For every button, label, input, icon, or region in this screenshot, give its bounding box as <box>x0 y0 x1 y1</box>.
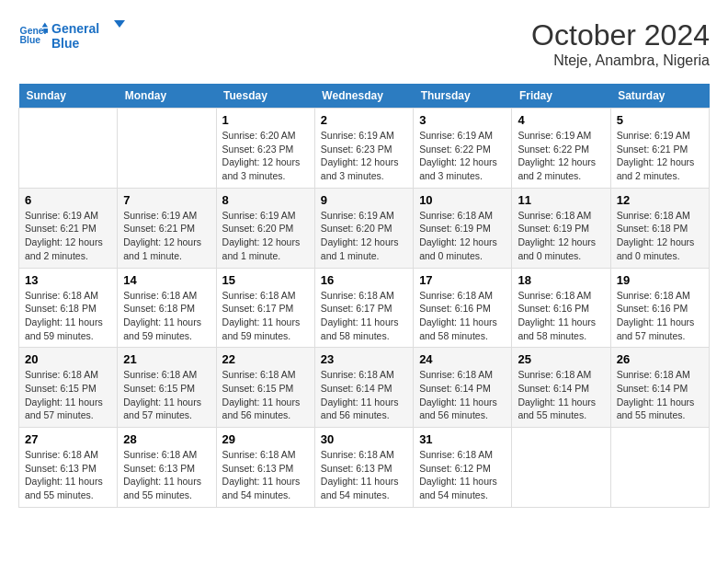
day-info: Sunrise: 6:18 AM Sunset: 6:13 PM Dayligh… <box>222 448 309 502</box>
day-number: 26 <box>617 352 703 366</box>
day-info: Sunrise: 6:18 AM Sunset: 6:18 PM Dayligh… <box>617 209 703 263</box>
day-number: 29 <box>222 432 309 446</box>
calendar-week-row: 13Sunrise: 6:18 AM Sunset: 6:18 PM Dayli… <box>19 268 710 348</box>
day-number: 13 <box>25 273 111 287</box>
calendar-cell: 7Sunrise: 6:19 AM Sunset: 6:21 PM Daylig… <box>118 188 216 268</box>
day-info: Sunrise: 6:19 AM Sunset: 6:20 PM Dayligh… <box>222 209 309 263</box>
calendar-cell: 28Sunrise: 6:18 AM Sunset: 6:13 PM Dayli… <box>118 428 216 508</box>
day-info: Sunrise: 6:19 AM Sunset: 6:22 PM Dayligh… <box>419 129 506 183</box>
title-block: October 2024 Nteje, Anambra, Nigeria <box>531 18 710 69</box>
calendar-cell: 2Sunrise: 6:19 AM Sunset: 6:23 PM Daylig… <box>314 109 413 189</box>
day-info: Sunrise: 6:19 AM Sunset: 6:21 PM Dayligh… <box>617 129 703 183</box>
day-info: Sunrise: 6:18 AM Sunset: 6:17 PM Dayligh… <box>222 289 309 343</box>
calendar-cell: 3Sunrise: 6:19 AM Sunset: 6:22 PM Daylig… <box>414 109 512 189</box>
day-info: Sunrise: 6:18 AM Sunset: 6:17 PM Dayligh… <box>321 289 407 343</box>
day-number: 21 <box>123 352 210 366</box>
calendar-cell: 14Sunrise: 6:18 AM Sunset: 6:18 PM Dayli… <box>118 268 216 348</box>
day-number: 4 <box>518 113 604 127</box>
day-number: 16 <box>321 273 407 287</box>
day-number: 17 <box>419 273 506 287</box>
calendar-cell: 22Sunrise: 6:18 AM Sunset: 6:15 PM Dayli… <box>216 348 314 428</box>
weekday-header: Friday <box>512 84 610 109</box>
weekday-header: Wednesday <box>314 84 413 109</box>
day-info: Sunrise: 6:18 AM Sunset: 6:14 PM Dayligh… <box>321 368 407 422</box>
weekday-header: Saturday <box>610 84 709 109</box>
calendar-cell: 5Sunrise: 6:19 AM Sunset: 6:21 PM Daylig… <box>610 109 709 189</box>
day-number: 27 <box>25 432 111 446</box>
svg-text:Blue: Blue <box>51 36 80 51</box>
calendar-cell: 8Sunrise: 6:19 AM Sunset: 6:20 PM Daylig… <box>216 188 314 268</box>
calendar-week-row: 6Sunrise: 6:19 AM Sunset: 6:21 PM Daylig… <box>19 188 710 268</box>
day-info: Sunrise: 6:18 AM Sunset: 6:16 PM Dayligh… <box>419 289 506 343</box>
day-info: Sunrise: 6:18 AM Sunset: 6:13 PM Dayligh… <box>123 448 210 502</box>
day-info: Sunrise: 6:18 AM Sunset: 6:16 PM Dayligh… <box>518 289 604 343</box>
logo: General Blue General Blue <box>18 18 125 53</box>
calendar-cell: 30Sunrise: 6:18 AM Sunset: 6:13 PM Dayli… <box>314 428 413 508</box>
logo-svg: General Blue <box>51 18 125 53</box>
calendar-cell: 9Sunrise: 6:19 AM Sunset: 6:20 PM Daylig… <box>314 188 413 268</box>
svg-marker-2 <box>42 23 48 28</box>
calendar-cell: 11Sunrise: 6:18 AM Sunset: 6:19 PM Dayli… <box>512 188 610 268</box>
calendar-cell <box>512 428 610 508</box>
month-title: October 2024 <box>531 18 710 52</box>
day-number: 14 <box>123 273 210 287</box>
calendar-cell <box>19 109 118 189</box>
calendar-table: SundayMondayTuesdayWednesdayThursdayFrid… <box>18 84 710 508</box>
calendar-cell: 4Sunrise: 6:19 AM Sunset: 6:22 PM Daylig… <box>512 109 610 189</box>
day-info: Sunrise: 6:18 AM Sunset: 6:14 PM Dayligh… <box>518 368 604 422</box>
day-info: Sunrise: 6:18 AM Sunset: 6:15 PM Dayligh… <box>25 368 111 422</box>
day-info: Sunrise: 6:19 AM Sunset: 6:21 PM Dayligh… <box>123 209 210 263</box>
calendar-cell: 15Sunrise: 6:18 AM Sunset: 6:17 PM Dayli… <box>216 268 314 348</box>
weekday-header: Monday <box>118 84 216 109</box>
day-number: 10 <box>419 193 506 207</box>
day-number: 25 <box>518 352 604 366</box>
svg-marker-3 <box>43 29 48 33</box>
day-number: 18 <box>518 273 604 287</box>
day-number: 19 <box>617 273 703 287</box>
day-number: 23 <box>321 352 407 366</box>
calendar-cell: 10Sunrise: 6:18 AM Sunset: 6:19 PM Dayli… <box>414 188 512 268</box>
day-info: Sunrise: 6:18 AM Sunset: 6:14 PM Dayligh… <box>617 368 703 422</box>
calendar-cell: 12Sunrise: 6:18 AM Sunset: 6:18 PM Dayli… <box>610 188 709 268</box>
day-info: Sunrise: 6:18 AM Sunset: 6:15 PM Dayligh… <box>222 368 309 422</box>
calendar-cell: 20Sunrise: 6:18 AM Sunset: 6:15 PM Dayli… <box>19 348 118 428</box>
weekday-header: Tuesday <box>216 84 314 109</box>
svg-marker-6 <box>114 20 125 28</box>
day-info: Sunrise: 6:19 AM Sunset: 6:23 PM Dayligh… <box>321 129 407 183</box>
calendar-cell: 21Sunrise: 6:18 AM Sunset: 6:15 PM Dayli… <box>118 348 216 428</box>
day-info: Sunrise: 6:18 AM Sunset: 6:19 PM Dayligh… <box>419 209 506 263</box>
day-number: 7 <box>123 193 210 207</box>
calendar-cell: 18Sunrise: 6:18 AM Sunset: 6:16 PM Dayli… <box>512 268 610 348</box>
weekday-header-row: SundayMondayTuesdayWednesdayThursdayFrid… <box>19 84 710 109</box>
calendar-week-row: 27Sunrise: 6:18 AM Sunset: 6:13 PM Dayli… <box>19 428 710 508</box>
calendar-cell: 17Sunrise: 6:18 AM Sunset: 6:16 PM Dayli… <box>414 268 512 348</box>
day-number: 3 <box>419 113 506 127</box>
day-info: Sunrise: 6:18 AM Sunset: 6:19 PM Dayligh… <box>518 209 604 263</box>
day-number: 9 <box>321 193 407 207</box>
day-info: Sunrise: 6:18 AM Sunset: 6:13 PM Dayligh… <box>25 448 111 502</box>
day-number: 22 <box>222 352 309 366</box>
day-number: 24 <box>419 352 506 366</box>
calendar-cell: 26Sunrise: 6:18 AM Sunset: 6:14 PM Dayli… <box>610 348 709 428</box>
svg-text:General: General <box>51 21 99 36</box>
day-number: 20 <box>25 352 111 366</box>
day-info: Sunrise: 6:18 AM Sunset: 6:18 PM Dayligh… <box>25 289 111 343</box>
day-number: 5 <box>617 113 703 127</box>
logo-icon: General Blue <box>18 21 48 51</box>
calendar-cell: 27Sunrise: 6:18 AM Sunset: 6:13 PM Dayli… <box>19 428 118 508</box>
calendar-cell <box>118 109 216 189</box>
day-info: Sunrise: 6:19 AM Sunset: 6:22 PM Dayligh… <box>518 129 604 183</box>
day-info: Sunrise: 6:18 AM Sunset: 6:12 PM Dayligh… <box>419 448 506 502</box>
day-info: Sunrise: 6:18 AM Sunset: 6:18 PM Dayligh… <box>123 289 210 343</box>
calendar-cell: 1Sunrise: 6:20 AM Sunset: 6:23 PM Daylig… <box>216 109 314 189</box>
day-number: 2 <box>321 113 407 127</box>
day-number: 8 <box>222 193 309 207</box>
day-number: 15 <box>222 273 309 287</box>
day-info: Sunrise: 6:20 AM Sunset: 6:23 PM Dayligh… <box>222 129 309 183</box>
svg-text:Blue: Blue <box>20 35 41 45</box>
calendar-cell: 29Sunrise: 6:18 AM Sunset: 6:13 PM Dayli… <box>216 428 314 508</box>
weekday-header: Thursday <box>414 84 512 109</box>
location-subtitle: Nteje, Anambra, Nigeria <box>531 52 710 69</box>
day-number: 1 <box>222 113 309 127</box>
calendar-week-row: 1Sunrise: 6:20 AM Sunset: 6:23 PM Daylig… <box>19 109 710 189</box>
